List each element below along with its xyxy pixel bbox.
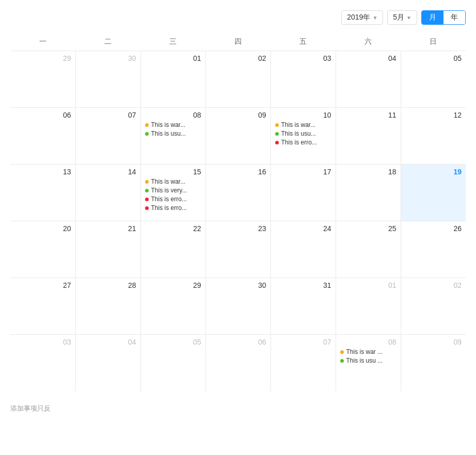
calendar-day-cell[interactable]: 04 <box>75 335 140 392</box>
calendar-day-cell[interactable]: 03 <box>271 51 336 108</box>
event-label: This is very... <box>151 187 187 194</box>
calendar-day-cell[interactable]: 21 <box>75 221 140 278</box>
calendar-day-cell[interactable]: 31 <box>271 278 336 335</box>
event-item[interactable]: This is war... <box>145 121 201 128</box>
calendar-day-cell[interactable]: 20 <box>10 221 75 278</box>
day-number: 08 <box>145 111 201 119</box>
calendar-day-cell[interactable]: 07 <box>271 335 336 392</box>
event-item[interactable]: This is erro... <box>145 204 201 212</box>
event-item[interactable]: This is erro... <box>145 196 201 203</box>
day-number: 07 <box>80 111 136 119</box>
day-number: 08 <box>340 338 396 346</box>
calendar-week-row: 030405060708This is war ...This is usu .… <box>10 335 466 392</box>
toolbar: 2019年 ▼ 5月 ▼ 月 年 <box>10 10 466 25</box>
event-label: This is war... <box>151 178 186 185</box>
calendar-day-cell[interactable]: 17 <box>271 165 336 221</box>
day-number: 09 <box>405 338 462 346</box>
calendar-day-cell[interactable]: 12 <box>401 108 466 165</box>
calendar-day-cell[interactable]: 24 <box>271 221 336 278</box>
calendar-day-cell[interactable]: 10This is war...This is usu...This is er… <box>271 108 336 165</box>
calendar-day-cell[interactable]: 05 <box>140 335 205 392</box>
event-label: This is erro... <box>151 204 187 212</box>
weekday-header: 日 <box>401 33 466 51</box>
calendar-day-cell[interactable]: 30 <box>75 51 140 108</box>
calendar-day-cell[interactable]: 23 <box>205 221 271 278</box>
day-number: 15 <box>145 168 201 176</box>
day-number: 19 <box>405 168 462 176</box>
calendar-day-cell[interactable]: 01 <box>140 51 205 108</box>
calendar-day-cell[interactable]: 02 <box>401 278 466 335</box>
day-number: 20 <box>14 224 71 233</box>
day-number: 12 <box>405 111 462 119</box>
view-toggle: 月 年 <box>421 10 466 25</box>
calendar-day-cell[interactable]: 26 <box>401 221 466 278</box>
event-dot <box>340 359 344 363</box>
day-number: 09 <box>210 111 266 119</box>
calendar-grid: 一二三四五六日 29300102030405060708This is war.… <box>10 33 466 392</box>
event-item[interactable]: This is war... <box>275 121 331 128</box>
calendar-day-cell[interactable]: 15This is war...This is very...This is e… <box>140 165 205 221</box>
event-item[interactable]: This is very... <box>145 187 201 194</box>
calendar-day-cell[interactable]: 28 <box>75 278 140 335</box>
calendar-day-cell[interactable]: 29 <box>10 51 75 108</box>
calendar-day-cell[interactable]: 25 <box>336 221 401 278</box>
day-number: 18 <box>340 168 396 176</box>
event-item[interactable]: This is erro... <box>275 139 331 146</box>
event-dot <box>275 123 279 127</box>
calendar-day-cell[interactable]: 09 <box>401 335 466 392</box>
calendar-day-cell[interactable]: 01 <box>336 278 401 335</box>
calendar-day-cell[interactable]: 02 <box>205 51 271 108</box>
month-view-button[interactable]: 月 <box>422 11 443 24</box>
day-number: 05 <box>145 338 201 346</box>
event-item[interactable]: This is usu... <box>275 130 331 137</box>
event-dot <box>145 132 149 136</box>
day-number: 04 <box>340 54 396 62</box>
day-number: 30 <box>210 281 266 289</box>
month-selector[interactable]: 5月 ▼ <box>387 10 417 25</box>
calendar-day-cell[interactable]: 14 <box>75 165 140 221</box>
calendar-container: 2019年 ▼ 5月 ▼ 月 年 一二三四五六日 293001020304050… <box>0 0 476 420</box>
weekday-header: 二 <box>75 33 140 51</box>
day-number: 05 <box>405 54 462 62</box>
add-event-footer[interactable]: 添加事项只反 <box>10 402 466 415</box>
calendar-day-cell[interactable]: 22 <box>140 221 205 278</box>
calendar-day-cell[interactable]: 08This is war ...This is usu ... <box>336 335 401 392</box>
event-dot <box>145 189 149 192</box>
event-label: This is erro... <box>281 139 317 146</box>
calendar-day-cell[interactable]: 08This is war...This is usu... <box>140 108 205 165</box>
day-number: 16 <box>210 168 266 176</box>
day-number: 01 <box>145 54 201 62</box>
calendar-day-cell[interactable]: 05 <box>401 51 466 108</box>
calendar-day-cell[interactable]: 18 <box>336 165 401 221</box>
calendar-day-cell[interactable]: 04 <box>336 51 401 108</box>
event-label: This is erro... <box>151 196 187 203</box>
calendar-day-cell[interactable]: 07 <box>75 108 140 165</box>
day-number: 03 <box>275 54 331 62</box>
event-item[interactable]: This is usu ... <box>340 357 396 364</box>
calendar-day-cell[interactable]: 03 <box>10 335 75 392</box>
calendar-day-cell[interactable]: 30 <box>205 278 271 335</box>
calendar-day-cell[interactable]: 06 <box>205 335 271 392</box>
calendar-day-cell[interactable]: 16 <box>205 165 271 221</box>
event-dot <box>145 180 149 184</box>
event-item[interactable]: This is usu... <box>145 130 201 137</box>
day-number: 24 <box>275 224 331 233</box>
day-number: 29 <box>145 281 201 289</box>
weekday-header: 一 <box>10 33 75 51</box>
calendar-day-cell[interactable]: 29 <box>140 278 205 335</box>
event-item[interactable]: This is war ... <box>340 348 396 355</box>
calendar-day-cell[interactable]: 06 <box>10 108 75 165</box>
weekday-header: 四 <box>205 33 271 51</box>
event-item[interactable]: This is war... <box>145 178 201 185</box>
calendar-day-cell[interactable]: 27 <box>10 278 75 335</box>
event-dot <box>275 141 279 144</box>
calendar-day-cell[interactable]: 11 <box>336 108 401 165</box>
year-view-button[interactable]: 年 <box>443 11 465 24</box>
calendar-day-cell[interactable]: 13 <box>10 165 75 221</box>
calendar-day-cell[interactable]: 19 <box>401 165 466 221</box>
event-dot <box>145 206 149 210</box>
year-selector[interactable]: 2019年 ▼ <box>341 10 383 25</box>
day-number: 28 <box>80 281 136 289</box>
calendar-day-cell[interactable]: 09 <box>205 108 271 165</box>
calendar-week-row: 20212223242526 <box>10 221 466 278</box>
